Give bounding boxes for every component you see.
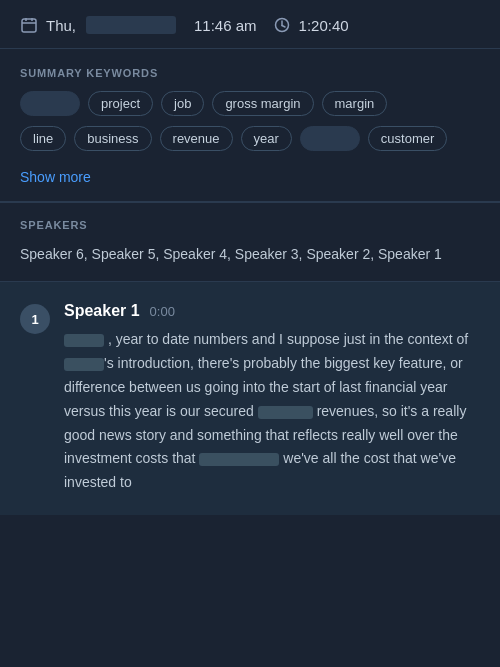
speaker-header: Speaker 1 0:00 xyxy=(64,302,480,320)
keyword-tag-gross-margin[interactable]: gross margin xyxy=(212,91,313,116)
speakers-list: Speaker 6, Speaker 5, Speaker 4, Speaker… xyxy=(20,243,480,265)
speaker-content: Speaker 1 0:00 , year to date numbers an… xyxy=(64,302,480,495)
speaker-name: Speaker 1 xyxy=(64,302,140,320)
redacted-word-4 xyxy=(199,453,279,466)
redacted-word-2 xyxy=(64,358,104,371)
keywords-section: SUMMARY KEYWORDS project job gross margi… xyxy=(0,49,500,201)
duration-item: 1:20:40 xyxy=(273,16,349,34)
date-redacted xyxy=(86,16,176,34)
date-time-row: Thu, 11:46 am 1:20:40 xyxy=(20,16,480,34)
svg-rect-0 xyxy=(22,19,36,32)
time-text: 11:46 am xyxy=(194,17,257,34)
date-item: Thu, xyxy=(20,16,178,34)
speaker-time: 0:00 xyxy=(150,304,175,319)
keyword-tag-business[interactable]: business xyxy=(74,126,151,151)
keywords-label: SUMMARY KEYWORDS xyxy=(20,67,480,79)
speaker-number-badge: 1 xyxy=(20,304,50,334)
date-text: Thu, xyxy=(46,17,76,34)
duration-text: 1:20:40 xyxy=(299,17,349,34)
keyword-tag-redacted-2[interactable] xyxy=(300,126,360,151)
keyword-tag-line[interactable]: line xyxy=(20,126,66,151)
transcript-text: , year to date numbers and I suppose jus… xyxy=(64,328,480,495)
keywords-container-2: line business revenue year customer xyxy=(20,126,480,151)
show-more-button[interactable]: Show more xyxy=(20,161,91,201)
keyword-tag-customer[interactable]: customer xyxy=(368,126,447,151)
keyword-tag-year[interactable]: year xyxy=(241,126,292,151)
keywords-container: project job gross margin margin xyxy=(20,91,480,116)
keyword-tag-redacted-1[interactable] xyxy=(20,91,80,116)
transcript-section: 1 Speaker 1 0:00 , year to date numbers … xyxy=(0,282,500,515)
redacted-word-1 xyxy=(64,334,104,347)
calendar-icon xyxy=(20,16,38,34)
keyword-tag-revenue[interactable]: revenue xyxy=(160,126,233,151)
clock-icon xyxy=(273,16,291,34)
keyword-tag-project[interactable]: project xyxy=(88,91,153,116)
speaker-entry-1: 1 Speaker 1 0:00 , year to date numbers … xyxy=(20,302,480,495)
header-section: Thu, 11:46 am 1:20:40 xyxy=(0,0,500,49)
redacted-word-3 xyxy=(258,406,313,419)
keyword-tag-job[interactable]: job xyxy=(161,91,204,116)
speakers-section: SPEAKERS Speaker 6, Speaker 5, Speaker 4… xyxy=(0,202,500,282)
keyword-tag-margin[interactable]: margin xyxy=(322,91,388,116)
speakers-label: SPEAKERS xyxy=(20,219,480,231)
svg-line-6 xyxy=(282,26,285,28)
